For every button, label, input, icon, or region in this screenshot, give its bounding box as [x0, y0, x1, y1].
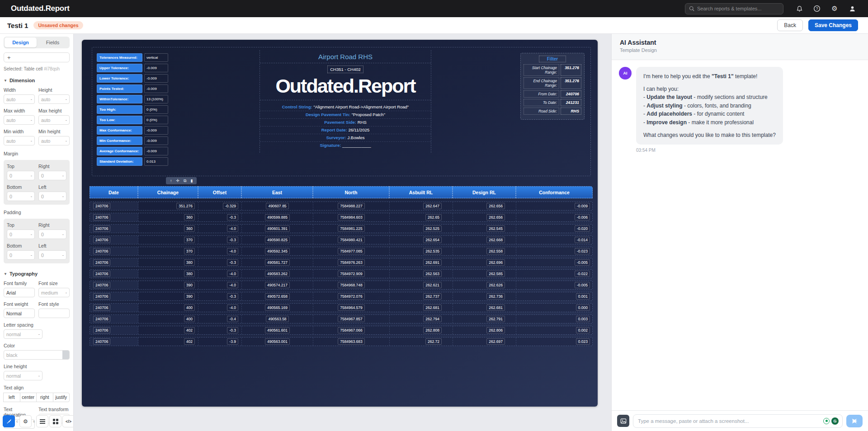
table-cell[interactable]: 7584981.225 [313, 225, 390, 233]
tolerance-label-cell[interactable]: Lower Tolerance: [97, 74, 142, 83]
table-cell[interactable]: 262.656 [453, 202, 516, 210]
table-cell[interactable]: 490563.001 [242, 337, 313, 346]
table-row[interactable]: 240706 380 -4.0 490583.262 7584972.909 2… [90, 269, 593, 278]
table-cell[interactable]: 490592.345 [242, 247, 313, 255]
table-cell[interactable]: -0.005 [516, 258, 593, 267]
font-style-input[interactable] [38, 309, 70, 318]
table-cell[interactable]: -0.023 [516, 247, 593, 255]
field-input[interactable]: 0- [7, 171, 35, 180]
typography-section-header[interactable]: ▼Typography [4, 271, 70, 276]
table-cell[interactable]: 7584984.603 [313, 213, 390, 221]
table-cell[interactable]: 0.023 [516, 337, 593, 346]
filter-value-cell[interactable]: 351.276 [561, 77, 581, 89]
table-cell[interactable]: -0.005 [516, 281, 593, 289]
filter-value-cell[interactable]: RHS [561, 108, 581, 115]
table-cell[interactable]: 490599.885 [242, 213, 313, 221]
search-input[interactable] [697, 6, 779, 11]
table-cell[interactable]: 0.000 [516, 304, 593, 312]
table-cell[interactable]: 7584964.579 [313, 304, 390, 312]
table-header-cell[interactable]: Offset [198, 186, 241, 198]
table-header-cell[interactable]: Asbuilt RL [389, 186, 453, 198]
report-detail-line[interactable]: Signature: ____________ [260, 142, 431, 149]
table-cell[interactable]: 360 [138, 213, 198, 221]
table-cell[interactable]: 262.647 [390, 202, 453, 210]
table-cell[interactable]: 240706 [90, 337, 138, 346]
filter-label-cell[interactable]: To Date: [524, 99, 559, 106]
field-input[interactable]: auto- [4, 136, 35, 145]
table-cell[interactable]: 262.525 [390, 225, 453, 233]
add-element-button[interactable]: + [4, 52, 70, 62]
code-view-button[interactable]: </> [62, 415, 74, 427]
tab-fields[interactable]: Fields [37, 37, 69, 47]
send-message-button[interactable] [846, 415, 863, 427]
design-brush-button[interactable] [3, 415, 15, 427]
filter-label-cell[interactable]: Road Side: [524, 108, 559, 115]
search-box[interactable] [685, 3, 783, 14]
table-cell[interactable]: 370 [138, 247, 198, 255]
table-cell[interactable]: -0.022 [516, 270, 593, 278]
table-cell[interactable]: 262.697 [453, 337, 516, 346]
report-page[interactable]: Tolerances Measured: vertical Upper Tole… [82, 40, 598, 407]
table-cell[interactable]: 7584972.909 [313, 270, 390, 278]
field-input[interactable]: auto- [4, 94, 35, 104]
table-cell[interactable]: 262.691 [390, 258, 453, 267]
table-cell[interactable]: -0.329 [198, 202, 242, 210]
settings-gear-icon[interactable]: ⚙ [830, 5, 839, 13]
table-cell[interactable]: 400 [138, 315, 198, 323]
table-cell[interactable]: 262.736 [453, 292, 516, 300]
back-button[interactable]: Back [777, 19, 803, 31]
tolerance-label-cell[interactable]: WithinTolerance: [97, 95, 142, 103]
tolerance-value-cell[interactable]: -0.009 [144, 84, 168, 93]
table-cell[interactable]: 262.668 [453, 236, 516, 244]
table-cell[interactable]: 0.002 [516, 326, 593, 334]
tolerance-value-cell[interactable]: -0.009 [144, 64, 168, 72]
table-header-cell[interactable]: East [241, 186, 313, 198]
tab-design[interactable]: Design [5, 37, 37, 47]
table-row[interactable]: 240706 351.276 -0.329 490607.85 7584988.… [90, 201, 593, 211]
table-cell[interactable]: 262.72 [390, 337, 453, 346]
filter-value-cell[interactable]: 351.276 [561, 64, 581, 76]
table-cell[interactable]: 262.681 [453, 304, 516, 312]
table-cell[interactable]: 7584967.857 [313, 315, 390, 323]
table-cell[interactable]: -0.3 [198, 258, 242, 267]
table-row[interactable]: 240706 370 -4.0 490592.345 7584977.085 2… [90, 247, 593, 256]
table-cell[interactable]: 240706 [90, 236, 138, 244]
table-cell[interactable]: 262.585 [453, 270, 516, 278]
tolerance-label-cell[interactable]: Max Conformance: [97, 126, 142, 135]
field-input[interactable]: 0- [38, 230, 66, 239]
table-cell[interactable]: 262.626 [453, 281, 516, 289]
field-input[interactable]: 0- [7, 250, 35, 260]
table-cell[interactable]: -4.0 [198, 270, 242, 278]
table-cell[interactable]: -0.3 [198, 236, 242, 244]
table-cell[interactable]: 490601.391 [242, 225, 313, 233]
tolerance-value-cell[interactable]: vertical [144, 53, 168, 62]
help-icon[interactable]: ? [813, 5, 821, 13]
grammarly-pin-icon[interactable] [823, 418, 830, 424]
settings-gear-button[interactable]: ⚙ [19, 415, 32, 427]
table-cell[interactable]: 262.563 [390, 270, 453, 278]
table-cell[interactable]: 490563.58 [242, 315, 313, 323]
table-cell[interactable]: 240706 [90, 270, 138, 278]
tolerance-value-cell[interactable]: -0.009 [144, 126, 168, 135]
filter-label-cell[interactable]: End Chainage Range: [524, 77, 559, 89]
table-cell[interactable]: 240706 [90, 258, 138, 267]
attach-screenshot-button[interactable] [617, 415, 629, 427]
table-row[interactable]: 240706 400 -4.0 490565.169 7584964.579 2… [90, 303, 593, 312]
table-cell[interactable]: 7584980.421 [313, 236, 390, 244]
table-cell[interactable]: 390 [138, 281, 198, 289]
table-cell[interactable]: 262.535 [390, 247, 453, 255]
table-cell[interactable]: 7584963.683 [313, 337, 390, 346]
report-header-band[interactable]: Tolerances Measured: vertical Upper Tole… [92, 47, 591, 176]
table-header-cell[interactable]: North [313, 186, 389, 198]
table-cell[interactable]: 262.808 [390, 326, 453, 334]
field-input[interactable]: auto- [38, 94, 70, 104]
table-cell[interactable]: 490590.825 [242, 236, 313, 244]
tolerance-label-cell[interactable]: Min Conformance: [97, 136, 142, 145]
table-cell[interactable]: 380 [138, 270, 198, 278]
report-title[interactable]: Airport Road RHS [260, 53, 431, 63]
field-input[interactable]: auto- [38, 136, 70, 145]
table-cell[interactable]: -3.9 [198, 337, 242, 346]
table-cell[interactable]: 262.737 [390, 292, 453, 300]
table-row[interactable]: 240706 380 -0.3 490581.727 7584976.263 2… [90, 258, 593, 267]
table-cell[interactable]: -0.006 [516, 213, 593, 221]
